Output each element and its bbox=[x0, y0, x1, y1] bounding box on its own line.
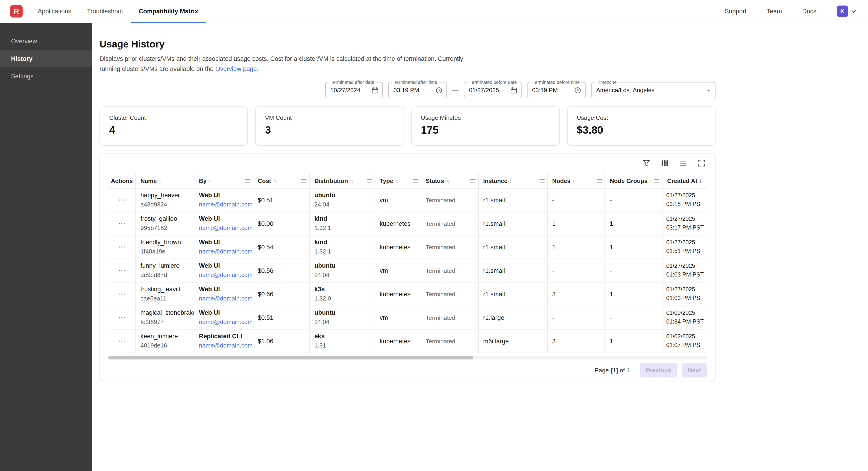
cluster-name: keen_lumiere bbox=[141, 332, 193, 341]
terminated-after-time-field[interactable]: Terminated after time 03:19 PM bbox=[389, 82, 447, 98]
next-page-button[interactable]: Next bbox=[682, 363, 707, 377]
column-header-instance[interactable]: Instance ↑↓ bbox=[479, 173, 548, 188]
terminated-before-date-field[interactable]: Terminated before date 01/27/2025 bbox=[464, 82, 522, 98]
timezone-select[interactable]: Timezone America/Los_Angeles bbox=[591, 82, 715, 98]
table-row[interactable]: ⋯ happy_beaver a48d9324 Web UI name@doma… bbox=[108, 188, 707, 212]
sort-icon: ↑↓ bbox=[159, 178, 161, 183]
creator-email-link[interactable]: name@domain.com bbox=[199, 247, 252, 256]
row-actions-button[interactable]: ⋯ bbox=[118, 337, 126, 345]
table-row[interactable]: ⋯ funny_lumiere de9ed87d Web UI name@dom… bbox=[108, 259, 707, 283]
date-range-separator: — bbox=[453, 87, 458, 93]
sidebar-item-history[interactable]: History bbox=[0, 50, 92, 67]
creator-email-link[interactable]: name@domain.com bbox=[199, 341, 252, 350]
creator-email-link[interactable]: name@domain.com bbox=[199, 270, 252, 280]
clock-icon[interactable] bbox=[574, 86, 582, 94]
density-button[interactable] bbox=[679, 159, 687, 167]
column-menu-icon[interactable] bbox=[597, 179, 602, 182]
sort-icon: ↑↓ bbox=[446, 178, 448, 183]
creator-email-link[interactable]: name@domain.com bbox=[199, 200, 252, 209]
scrollbar-thumb[interactable] bbox=[108, 356, 473, 359]
column-header-status[interactable]: Status ↑↓ bbox=[421, 173, 479, 188]
created-time: 01:03 PM PST bbox=[666, 270, 706, 279]
caret-down-icon bbox=[706, 87, 711, 93]
nav-tab-troubleshoot[interactable]: Troubleshoot bbox=[79, 0, 131, 23]
nav-link-support[interactable]: Support bbox=[725, 8, 747, 15]
column-label: Name bbox=[141, 177, 157, 184]
column-menu-icon[interactable] bbox=[654, 179, 659, 182]
row-actions-button[interactable]: ⋯ bbox=[118, 290, 126, 298]
column-header-cost[interactable]: Cost ↑↓ bbox=[253, 173, 310, 188]
terminated-after-date-field[interactable]: Terminated after date 10/27/2024 bbox=[325, 82, 383, 98]
column-header-nodes[interactable]: Nodes ↑↓ bbox=[548, 173, 605, 188]
previous-page-button[interactable]: Previous bbox=[640, 363, 677, 377]
column-label: Instance bbox=[483, 177, 508, 184]
column-menu-icon[interactable] bbox=[470, 179, 475, 182]
columns-icon bbox=[661, 159, 669, 167]
column-menu-icon[interactable] bbox=[413, 179, 418, 182]
app-logo[interactable]: R bbox=[10, 5, 23, 18]
table-row[interactable]: ⋯ frosty_galileo 995b7182 Web UI name@do… bbox=[108, 212, 707, 235]
cluster-name: friendly_brown bbox=[141, 238, 193, 247]
user-menu[interactable]: K bbox=[837, 5, 857, 17]
navbar-right: Support Team Docs K bbox=[725, 5, 857, 17]
horizontal-scrollbar[interactable] bbox=[108, 356, 707, 359]
columns-button[interactable] bbox=[661, 159, 669, 167]
column-header-actions[interactable]: Actions bbox=[108, 173, 136, 188]
column-header-name[interactable]: Name ↑↓ bbox=[136, 173, 194, 188]
sidebar-item-overview[interactable]: Overview bbox=[0, 32, 92, 50]
table-row[interactable]: ⋯ keen_lumiere 4819de16 Replicated CLI n… bbox=[108, 329, 707, 353]
creator-email-link[interactable]: name@domain.com bbox=[199, 318, 252, 327]
column-header-by[interactable]: By ↑↓ bbox=[194, 173, 253, 188]
calendar-icon[interactable] bbox=[371, 86, 379, 94]
nav-tab-compatibility-matrix[interactable]: Compatibility Matrix bbox=[131, 0, 206, 23]
row-actions-button[interactable]: ⋯ bbox=[118, 220, 126, 227]
creator-email-link[interactable]: name@domain.com bbox=[199, 294, 252, 303]
table-row[interactable]: ⋯ friendly_brown 1f40a19e Web UI name@do… bbox=[108, 235, 707, 259]
table-row[interactable]: ⋯ trusting_leavitt cae5ea11 Web UI name@… bbox=[108, 283, 707, 306]
cluster-id: 1f40a19e bbox=[141, 247, 193, 256]
distribution-name: kind bbox=[314, 238, 374, 247]
nav-link-team[interactable]: Team bbox=[767, 8, 782, 15]
column-header-node-groups[interactable]: Node Groups ↑↓ bbox=[605, 173, 663, 188]
creator-email-link[interactable]: name@domain.com bbox=[199, 224, 252, 233]
calendar-icon[interactable] bbox=[510, 86, 517, 94]
row-actions-button[interactable]: ⋯ bbox=[118, 243, 126, 251]
fullscreen-button[interactable] bbox=[698, 159, 706, 167]
column-menu-icon[interactable] bbox=[302, 179, 307, 182]
nav-tab-applications[interactable]: Applications bbox=[30, 0, 79, 23]
column-menu-icon[interactable] bbox=[367, 179, 372, 182]
sidebar-item-settings[interactable]: Settings bbox=[0, 67, 92, 85]
column-header-created-at[interactable]: Created At ↓ bbox=[662, 173, 707, 188]
column-menu-icon[interactable] bbox=[539, 179, 544, 182]
nav-link-docs[interactable]: Docs bbox=[802, 8, 816, 15]
column-header-distribution[interactable]: Distribution ↑↓ bbox=[310, 173, 375, 188]
overview-page-link[interactable]: Overview page bbox=[215, 65, 257, 72]
chevron-down-icon bbox=[850, 8, 857, 14]
row-actions-button[interactable]: ⋯ bbox=[118, 314, 126, 321]
stat-label: Usage Minutes bbox=[421, 114, 550, 121]
primary-nav: Applications Troubleshoot Compatibility … bbox=[30, 0, 206, 23]
instance-value: m6i.large bbox=[483, 337, 547, 345]
column-label: Cost bbox=[258, 177, 271, 184]
stat-value: 175 bbox=[421, 124, 550, 137]
column-label: Status bbox=[426, 177, 444, 184]
type-value: kubernetes bbox=[380, 243, 420, 251]
node-groups-value: 1 bbox=[610, 291, 661, 297]
created-date: 01/02/2025 bbox=[666, 332, 706, 341]
row-actions-button[interactable]: ⋯ bbox=[118, 196, 126, 204]
page-title: Usage History bbox=[99, 39, 715, 50]
stat-card-vm-count: VM Count 3 bbox=[255, 107, 404, 146]
table-row[interactable]: ⋯ magical_stonebraker fe3f8977 Web UI na… bbox=[108, 306, 707, 329]
field-label: Terminated after time bbox=[392, 80, 439, 85]
sort-icon: ↑↓ bbox=[572, 178, 575, 183]
created-by: Replicated CLI bbox=[199, 332, 252, 341]
created-date: 01/27/2025 bbox=[666, 285, 706, 294]
filter-button[interactable] bbox=[642, 159, 651, 167]
column-header-type[interactable]: Type ↑↓ bbox=[375, 173, 421, 188]
created-time: 01:51 PM PST bbox=[666, 247, 706, 256]
terminated-before-time-field[interactable]: Terminated before time 03:19 PM bbox=[527, 82, 586, 98]
column-menu-icon[interactable] bbox=[245, 179, 250, 182]
clock-icon[interactable] bbox=[435, 86, 443, 94]
row-actions-button[interactable]: ⋯ bbox=[118, 267, 126, 274]
sort-icon: ↑↓ bbox=[273, 178, 276, 183]
